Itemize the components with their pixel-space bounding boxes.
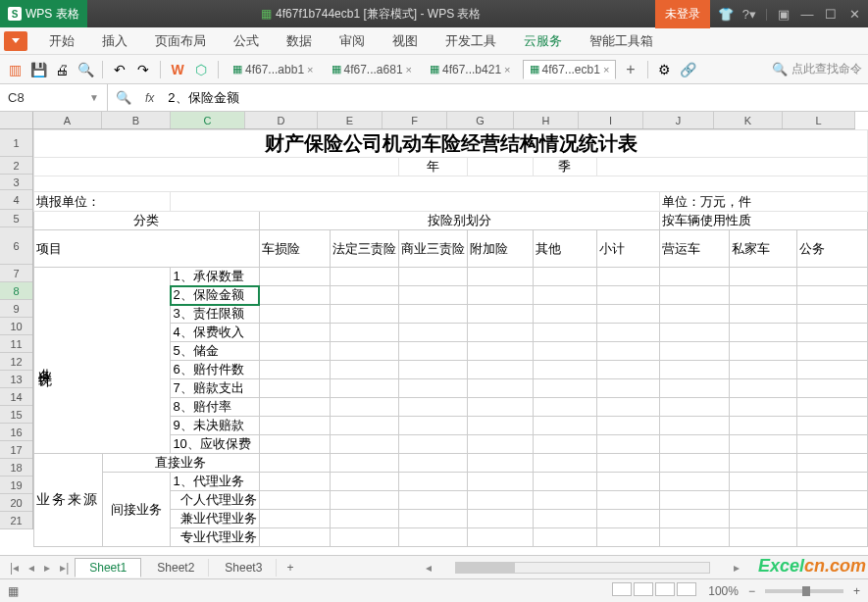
row-header-7[interactable]: 7 [0, 265, 32, 282]
menu-cloud[interactable]: 云服务 [510, 27, 576, 55]
row-header-12[interactable]: 12 [0, 353, 32, 371]
doc-tab-3[interactable]: ▦4f67...ecb1× [523, 60, 617, 79]
col-header-H[interactable]: H [514, 112, 579, 128]
menu-start[interactable]: 开始 [35, 27, 88, 55]
row-header-14[interactable]: 14 [0, 388, 32, 406]
new-icon[interactable]: ▥ [6, 61, 24, 78]
fx-search-icon[interactable]: 🔍 [108, 90, 139, 105]
row-header-21[interactable]: 21 [0, 512, 32, 529]
help-icon[interactable]: ?▾ [741, 7, 757, 22]
spreadsheet-grid[interactable]: ABCDEFGHIJKL 123456789101112131415161718… [0, 112, 868, 555]
skin-icon[interactable]: 👕 [718, 7, 734, 22]
close-icon[interactable]: ✕ [846, 7, 862, 22]
menu-data[interactable]: 数据 [273, 27, 326, 55]
row-header-9[interactable]: 9 [0, 300, 32, 318]
menu-bar: 开始 插入 页面布局 公式 数据 审阅 视图 开发工具 云服务 智能工具箱 [0, 27, 868, 55]
col-header-F[interactable]: F [383, 112, 447, 128]
row-header-18[interactable]: 18 [0, 459, 32, 477]
row-header-20[interactable]: 20 [0, 494, 32, 512]
row-header-19[interactable]: 19 [0, 477, 32, 494]
sheet-tab-0[interactable]: Sheet1 [75, 558, 141, 577]
zoom-out-icon[interactable]: − [748, 584, 755, 598]
tab-close-icon[interactable]: × [406, 64, 412, 75]
scroll-right-icon[interactable]: ▸ [730, 561, 743, 575]
preview-icon[interactable]: 🔍 [77, 61, 94, 78]
col-header-G[interactable]: G [447, 112, 514, 128]
maximize-icon[interactable]: ☐ [823, 7, 839, 22]
status-doc-icon[interactable]: ▦ [8, 584, 19, 598]
row-header-10[interactable]: 10 [0, 318, 32, 335]
sheet-nav-last[interactable]: ▸| [56, 561, 73, 575]
col-header-J[interactable]: J [643, 112, 714, 128]
col-header-A[interactable]: A [33, 112, 102, 128]
tab-close-icon[interactable]: × [504, 64, 510, 75]
cells-area[interactable]: 财产保险公司机动车险经营结构情况统计表年季填报单位：单位：万元，件分类按险别划分… [33, 129, 868, 547]
formula-input[interactable]: 2、保险金额 [160, 89, 868, 107]
zoom-slider[interactable] [765, 589, 843, 593]
menu-view[interactable]: 视图 [379, 27, 432, 55]
login-button[interactable]: 未登录 [655, 0, 710, 28]
restore-down-icon[interactable]: ▣ [776, 7, 791, 22]
row-header-8[interactable]: 8 [0, 282, 32, 300]
row-header-15[interactable]: 15 [0, 406, 32, 424]
wps-menu-button[interactable] [4, 31, 27, 51]
doc-tab-icon: ▦ [530, 63, 539, 75]
sheet-nav-prev[interactable]: ◂ [25, 561, 38, 575]
menu-formula[interactable]: 公式 [220, 27, 273, 55]
select-all-corner[interactable] [0, 112, 33, 129]
undo-icon[interactable]: ↶ [111, 61, 128, 78]
redo-icon[interactable]: ↷ [134, 61, 152, 78]
row-header-6[interactable]: 6 [0, 227, 32, 265]
fx-label[interactable]: fx [139, 91, 160, 105]
menu-smarttools[interactable]: 智能工具箱 [576, 27, 667, 55]
sheet-nav-next[interactable]: ▸ [40, 561, 54, 575]
col-header-I[interactable]: I [579, 112, 643, 128]
row-header-1[interactable]: 1 [0, 129, 32, 157]
row-header-17[interactable]: 17 [0, 441, 32, 459]
row-header-5[interactable]: 5 [0, 210, 32, 227]
row-header-13[interactable]: 13 [0, 371, 32, 388]
cloud-icon[interactable]: ⬡ [192, 61, 210, 78]
zoom-value[interactable]: 100% [708, 584, 739, 598]
col-header-C[interactable]: C [171, 112, 245, 128]
save-icon[interactable]: 💾 [29, 61, 47, 78]
row-header-11[interactable]: 11 [0, 335, 32, 353]
wps-w-icon[interactable]: W [169, 61, 186, 78]
row-headers[interactable]: 123456789101112131415161718192021 [0, 129, 33, 529]
view-buttons[interactable] [612, 582, 698, 599]
tab-close-icon[interactable]: × [307, 64, 313, 75]
chevron-down-icon[interactable]: ▼ [89, 92, 99, 103]
sheet-nav-first[interactable]: |◂ [6, 561, 23, 575]
zoom-in-icon[interactable]: + [853, 584, 860, 598]
menu-pagelayout[interactable]: 页面布局 [141, 27, 220, 55]
add-sheet-button[interactable]: + [279, 561, 301, 575]
row-header-3[interactable]: 3 [0, 175, 32, 190]
sheet-tab-1[interactable]: Sheet2 [143, 559, 209, 577]
doc-tab-0[interactable]: ▦4f67...abb1× [227, 61, 320, 78]
menu-review[interactable]: 审阅 [326, 27, 379, 55]
scroll-thumb[interactable] [456, 563, 515, 573]
gear-icon[interactable]: ⚙ [656, 61, 674, 78]
col-header-B[interactable]: B [102, 112, 171, 128]
doc-tab-1[interactable]: ▦4f67...a681× [326, 61, 419, 78]
link-icon[interactable]: 🔗 [680, 61, 697, 78]
col-header-K[interactable]: K [714, 112, 783, 128]
row-header-4[interactable]: 4 [0, 190, 32, 210]
tab-close-icon[interactable]: × [603, 64, 609, 75]
minimize-icon[interactable]: — [799, 7, 815, 22]
col-header-E[interactable]: E [318, 112, 383, 128]
col-header-L[interactable]: L [783, 112, 855, 128]
sheet-tab-2[interactable]: Sheet3 [211, 559, 277, 577]
command-search[interactable]: 🔍点此查找命令 [772, 61, 862, 77]
new-tab-button[interactable]: + [622, 61, 638, 78]
menu-devtools[interactable]: 开发工具 [432, 27, 510, 55]
name-box[interactable]: C8▼ [0, 84, 108, 111]
scroll-left-icon[interactable]: ◂ [422, 561, 435, 575]
column-headers[interactable]: ABCDEFGHIJKL [33, 112, 855, 129]
col-header-D[interactable]: D [245, 112, 318, 128]
row-header-2[interactable]: 2 [0, 157, 32, 175]
row-header-16[interactable]: 16 [0, 424, 32, 441]
print-icon[interactable]: 🖨 [53, 61, 71, 78]
menu-insert[interactable]: 插入 [88, 27, 141, 55]
doc-tab-2[interactable]: ▦4f67...b421× [424, 61, 517, 78]
